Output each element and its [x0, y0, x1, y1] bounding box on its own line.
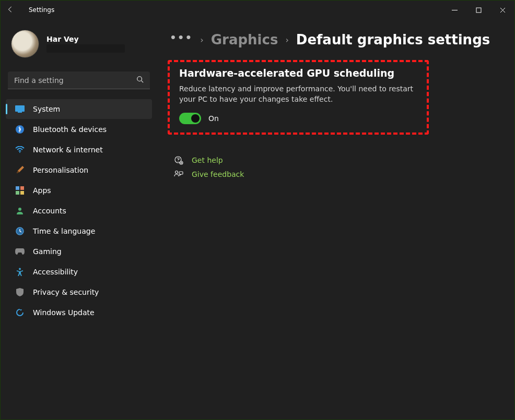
avatar	[11, 30, 39, 58]
sidebar-item-label: Bluetooth & devices	[33, 125, 107, 134]
toggle-knob	[191, 114, 200, 123]
svg-rect-18	[179, 172, 183, 174]
svg-point-10	[18, 208, 21, 211]
sidebar-item-label: Network & internet	[33, 146, 103, 154]
sidebar-item-system[interactable]: System	[6, 99, 152, 119]
breadcrumb-parent[interactable]: Graphics	[211, 32, 278, 47]
gamepad-icon	[15, 247, 25, 256]
sidebar-item-label: Accounts	[33, 207, 66, 215]
help-icon	[174, 155, 183, 165]
svg-rect-2	[15, 105, 25, 112]
svg-rect-6	[16, 186, 19, 190]
chevron-right-icon: ›	[285, 35, 288, 45]
sidebar-item-privacy[interactable]: Privacy & security	[6, 282, 152, 302]
svg-point-15	[178, 161, 178, 162]
page-title: Default graphics settings	[296, 32, 490, 47]
sidebar-item-network[interactable]: Network & internet	[6, 140, 152, 160]
svg-rect-0	[476, 8, 481, 13]
support-links: Get help Give feedback	[174, 155, 496, 178]
paintbrush-icon	[15, 165, 25, 175]
search-icon	[136, 75, 144, 85]
accessibility-icon	[15, 267, 25, 277]
person-icon	[15, 206, 25, 215]
breadcrumb: ••• › Graphics › Default graphics settin…	[170, 32, 496, 47]
setting-title: Hardware-accelerated GPU scheduling	[179, 67, 417, 79]
chevron-right-icon: ›	[200, 35, 203, 45]
sidebar-item-gaming[interactable]: Gaming	[6, 242, 152, 261]
window-body: Har Vey System	[1, 19, 514, 419]
toggle-row: On	[179, 113, 417, 124]
sidebar-item-bluetooth[interactable]: Bluetooth & devices	[6, 119, 152, 139]
system-icon	[15, 104, 25, 114]
sidebar-item-label: Privacy & security	[33, 288, 99, 296]
main-content: ••• › Graphics › Default graphics settin…	[157, 19, 514, 419]
sidebar-item-time-language[interactable]: Time & language	[6, 221, 152, 241]
sidebar-item-accounts[interactable]: Accounts	[6, 201, 152, 221]
get-help-link[interactable]: Get help	[174, 155, 496, 165]
profile-block[interactable]: Har Vey	[4, 23, 154, 64]
sidebar-item-apps[interactable]: Apps	[6, 181, 152, 200]
search-input[interactable]	[14, 76, 136, 85]
titlebar: Settings	[1, 1, 514, 19]
profile-email-placeholder	[46, 44, 125, 53]
sidebar-item-personalisation[interactable]: Personalisation	[6, 160, 152, 180]
svg-point-1	[137, 77, 142, 81]
sidebar-item-label: Time & language	[33, 227, 95, 235]
back-button[interactable]	[7, 6, 19, 15]
sidebar-item-accessibility[interactable]: Accessibility	[6, 262, 152, 282]
clock-icon	[15, 226, 25, 236]
svg-point-17	[175, 171, 178, 174]
window-title: Settings	[29, 6, 54, 14]
gpu-scheduling-card: Hardware-accelerated GPU scheduling Redu…	[168, 60, 429, 135]
svg-rect-3	[18, 112, 22, 113]
minimize-button[interactable]	[442, 1, 466, 19]
update-icon	[15, 308, 25, 317]
maximize-button[interactable]	[466, 1, 490, 19]
sidebar-item-label: System	[33, 105, 60, 113]
toggle-state-label: On	[208, 114, 219, 123]
get-help-label: Get help	[192, 156, 223, 164]
svg-rect-7	[20, 186, 24, 190]
setting-description: Reduce latency and improve performance. …	[179, 84, 417, 104]
wifi-icon	[15, 145, 25, 154]
breadcrumb-overflow[interactable]: •••	[170, 31, 193, 44]
svg-rect-9	[20, 191, 24, 195]
svg-point-5	[19, 152, 20, 153]
feedback-icon	[174, 170, 183, 178]
window-controls	[442, 1, 514, 19]
sidebar-item-label: Personalisation	[33, 166, 88, 174]
give-feedback-link[interactable]: Give feedback	[174, 170, 496, 178]
sidebar: Har Vey System	[1, 19, 157, 419]
svg-point-13	[19, 268, 21, 270]
search-box[interactable]	[8, 71, 150, 89]
give-feedback-label: Give feedback	[192, 170, 244, 178]
display-name: Har Vey	[46, 35, 125, 43]
sidebar-item-label: Accessibility	[33, 268, 78, 276]
svg-rect-8	[16, 191, 19, 195]
sidebar-item-windows-update[interactable]: Windows Update	[6, 303, 152, 322]
nav-list: System Bluetooth & devices Network & int…	[4, 99, 154, 323]
close-button[interactable]	[490, 1, 514, 19]
settings-window: Settings Har Vey	[1, 1, 514, 419]
apps-icon	[15, 186, 25, 195]
gpu-scheduling-toggle[interactable]	[179, 113, 201, 124]
shield-icon	[15, 287, 25, 297]
bluetooth-icon	[15, 125, 25, 134]
sidebar-item-label: Apps	[33, 186, 51, 195]
profile-text: Har Vey	[46, 35, 125, 53]
sidebar-item-label: Gaming	[33, 247, 62, 256]
sidebar-item-label: Windows Update	[33, 308, 95, 317]
